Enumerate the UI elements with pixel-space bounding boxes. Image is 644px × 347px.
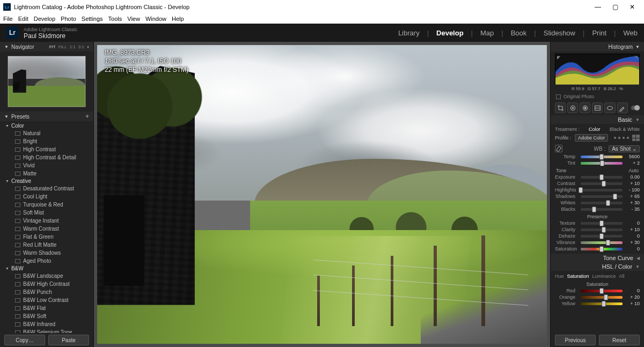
- preset-item[interactable]: B&W Low Contrast: [0, 296, 93, 304]
- module-library[interactable]: Library: [398, 29, 420, 37]
- nav-opt-fill[interactable]: FILL: [58, 45, 67, 49]
- profile-nav-icon[interactable]: [614, 137, 629, 139]
- preset-item[interactable]: Cool Light: [0, 193, 93, 201]
- highlights-slider[interactable]: [581, 189, 623, 191]
- original-photo-toggle[interactable]: Original Photo: [551, 93, 644, 100]
- whites-slider[interactable]: [581, 202, 623, 204]
- tint-slider[interactable]: [581, 162, 623, 165]
- reset-button[interactable]: Reset: [599, 335, 640, 345]
- preset-item[interactable]: Bright: [0, 137, 93, 145]
- module-web[interactable]: Web: [624, 29, 638, 37]
- vibrance-slider[interactable]: [581, 241, 623, 244]
- preset-group[interactable]: ▼Color: [0, 122, 93, 129]
- preset-item[interactable]: Flat & Green: [0, 233, 93, 241]
- navigator-thumbnail[interactable]: [8, 56, 86, 107]
- preset-item[interactable]: B&W Landscape: [0, 272, 93, 280]
- menu-view[interactable]: View: [127, 16, 140, 22]
- menu-develop[interactable]: Develop: [34, 16, 55, 22]
- module-book[interactable]: Book: [511, 29, 527, 37]
- preset-item[interactable]: Turquoise & Red: [0, 201, 93, 209]
- preset-item[interactable]: Desaturated Contrast: [0, 184, 93, 193]
- menu-help[interactable]: Help: [172, 16, 184, 22]
- nav-opt-3-1[interactable]: 3:1: [78, 45, 84, 49]
- crop-tool-icon[interactable]: [555, 102, 566, 113]
- preset-item[interactable]: Vintage Instant: [0, 217, 93, 225]
- nav-opt-1-1[interactable]: 1:1: [70, 45, 76, 49]
- menu-photo[interactable]: Photo: [61, 16, 76, 22]
- spot-removal-tool-icon[interactable]: [567, 102, 578, 113]
- preset-item[interactable]: Vivid: [0, 161, 93, 169]
- hsl-tab-luminance[interactable]: Luminance: [592, 274, 616, 279]
- saturation-slider[interactable]: [581, 248, 623, 250]
- wb-picker-tool-icon[interactable]: [555, 145, 562, 152]
- menu-settings[interactable]: Settings: [82, 16, 103, 22]
- nav-opt-more-icon[interactable]: ♦: [87, 45, 89, 49]
- preset-item[interactable]: B&W Flat: [0, 304, 93, 312]
- previous-button[interactable]: Previous: [555, 335, 596, 345]
- copy-button[interactable]: Copy…: [4, 335, 45, 345]
- sat-orange-slider[interactable]: [581, 296, 623, 299]
- preset-group[interactable]: ▼Creative: [0, 178, 93, 184]
- maximize-button[interactable]: ▢: [606, 3, 624, 11]
- contrast-slider[interactable]: [581, 182, 623, 185]
- blacks-slider[interactable]: [581, 208, 623, 211]
- preset-item[interactable]: B&W Selenium Tone: [0, 328, 93, 333]
- shadows-slider[interactable]: [581, 195, 623, 198]
- navigator-header[interactable]: ▼ Navigator FIT FILL 1:1 3:1 ♦: [0, 42, 93, 51]
- treatment-color[interactable]: Color: [589, 127, 601, 132]
- loupe-view[interactable]: IMG_8973.CR3 1/80 sec at f / 7.1, ISO 10…: [97, 45, 547, 344]
- histogram[interactable]: ◤ ◥: [555, 54, 640, 85]
- temp-value[interactable]: 5600: [625, 154, 640, 159]
- preset-item[interactable]: High Contrast & Detail: [0, 153, 93, 161]
- sat-yellow-slider[interactable]: [581, 302, 623, 305]
- close-button[interactable]: ✕: [624, 3, 641, 11]
- paste-button[interactable]: Paste: [48, 335, 89, 345]
- menu-edit[interactable]: Edit: [18, 16, 28, 22]
- minimize-button[interactable]: —: [589, 3, 606, 11]
- preset-item[interactable]: B&W High Contrast: [0, 280, 93, 288]
- profile-select[interactable]: Adobe Color: [575, 134, 608, 142]
- preset-item[interactable]: Warm Shadows: [0, 249, 93, 257]
- histogram-header[interactable]: Histogram ▼: [551, 42, 644, 51]
- auto-button[interactable]: Auto: [628, 168, 639, 173]
- menu-tools[interactable]: Tools: [108, 16, 122, 22]
- basic-header[interactable]: Basic▼: [551, 115, 644, 124]
- menu-window[interactable]: Window: [145, 16, 166, 22]
- preset-item[interactable]: B&W Punch: [0, 288, 93, 296]
- redeye-tool-icon[interactable]: [580, 102, 590, 113]
- preset-item[interactable]: Soft Mist: [0, 209, 93, 217]
- menu-file[interactable]: File: [3, 16, 13, 22]
- module-print[interactable]: Print: [592, 29, 606, 37]
- texture-slider[interactable]: [581, 222, 623, 225]
- preset-item[interactable]: High Contrast: [0, 145, 93, 153]
- preset-item[interactable]: B&W Soft: [0, 312, 93, 320]
- preset-item[interactable]: Matte: [0, 169, 93, 178]
- preset-item[interactable]: Warm Contrast: [0, 225, 93, 233]
- presets-header[interactable]: ▼ Presets +: [0, 112, 93, 121]
- dehaze-slider[interactable]: [581, 235, 623, 238]
- wb-select[interactable]: As Shot ⌄: [609, 145, 640, 152]
- preset-item[interactable]: Red Lift Matte: [0, 241, 93, 249]
- preset-item[interactable]: Natural: [0, 129, 93, 137]
- preset-item[interactable]: Aged Photo: [0, 257, 93, 265]
- hsl-tab-hue[interactable]: Hue: [555, 274, 564, 279]
- module-map[interactable]: Map: [480, 29, 494, 37]
- module-slideshow[interactable]: Slideshow: [544, 29, 575, 37]
- graduated-filter-tool-icon[interactable]: [592, 102, 603, 113]
- clarity-slider[interactable]: [581, 228, 623, 231]
- treatment-bw[interactable]: Black & White: [610, 127, 640, 132]
- sat-red-slider[interactable]: [581, 290, 623, 292]
- module-develop[interactable]: Develop: [436, 29, 464, 37]
- exposure-slider[interactable]: [581, 176, 623, 179]
- panel-switch-icon[interactable]: [631, 106, 640, 110]
- checkbox-icon[interactable]: [556, 94, 561, 99]
- hsl-tab-saturation[interactable]: Saturation: [567, 274, 589, 279]
- tint-value[interactable]: + 2: [625, 160, 640, 166]
- add-preset-icon[interactable]: +: [85, 113, 89, 120]
- radial-filter-tool-icon[interactable]: [604, 102, 615, 113]
- preset-item[interactable]: B&W Infrared: [0, 320, 93, 328]
- profile-browser-icon[interactable]: [632, 135, 640, 141]
- hsl-header[interactable]: HSL / Color▼: [551, 262, 644, 271]
- tone-curve-header[interactable]: Tone Curve◀: [551, 254, 644, 262]
- preset-group[interactable]: ▼B&W: [0, 265, 93, 272]
